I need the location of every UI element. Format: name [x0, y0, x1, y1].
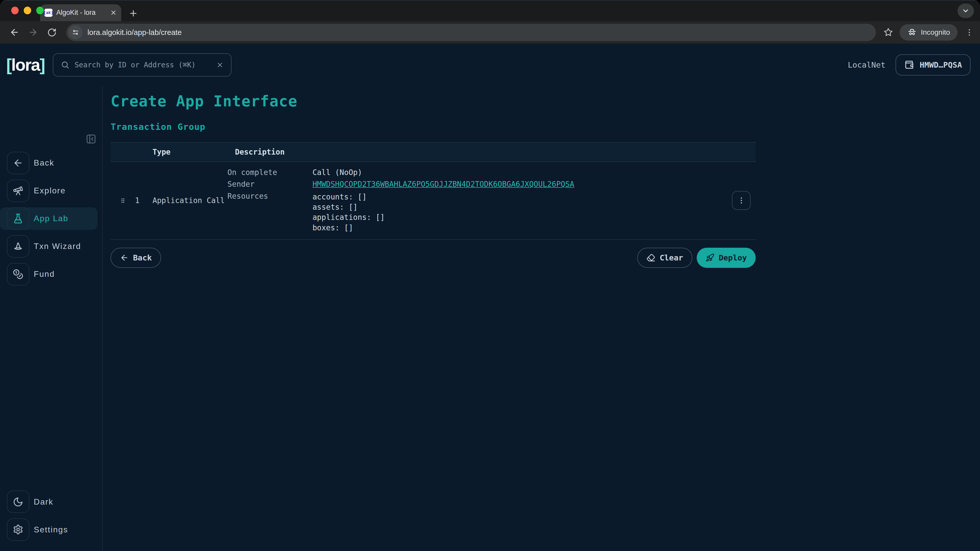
global-search[interactable]	[53, 53, 231, 76]
arrow-left-icon	[7, 152, 29, 174]
sidebar-bottom: Dark Settings	[0, 491, 102, 541]
url-text: lora.algokit.io/app-lab/create	[88, 28, 182, 37]
wallet-button[interactable]: HMWD…PQSA	[896, 54, 971, 76]
forward-nav-icon[interactable]	[25, 24, 41, 41]
drag-handle-icon[interactable]	[118, 196, 127, 205]
tab-favicon-icon: [ak]	[45, 9, 52, 17]
site-settings-icon[interactable]	[68, 25, 83, 39]
back-nav-icon[interactable]	[6, 24, 22, 41]
clear-button[interactable]: Clear	[637, 248, 692, 268]
tab-strip: [ak] AlgoKit - lora	[0, 0, 980, 21]
search-input[interactable]	[75, 61, 211, 69]
row-menu-icon[interactable]	[732, 191, 751, 210]
sidebar-item-explore[interactable]: Explore	[0, 179, 97, 202]
field-label: Resources	[228, 192, 312, 233]
sidebar-item-settings[interactable]: Settings	[0, 518, 97, 541]
sidebar-item-label: Txn Wizard	[34, 241, 81, 251]
new-tab-button[interactable]	[129, 9, 138, 18]
fullscreen-window-button[interactable]	[36, 6, 44, 14]
lora-logo[interactable]: [lora]	[6, 55, 45, 75]
reload-icon[interactable]	[44, 24, 60, 41]
rocket-icon	[706, 253, 714, 262]
arrow-left-icon	[120, 253, 129, 262]
minimize-window-button[interactable]	[24, 6, 31, 14]
on-complete-value: Call (NoOp)	[312, 168, 362, 177]
telescope-icon	[7, 179, 29, 202]
sidebar-nav: Back Explore App Lab	[0, 152, 102, 291]
incognito-label: Incognito	[921, 28, 950, 37]
sidebar-item-fund[interactable]: Fund	[0, 263, 97, 286]
field-label: On complete	[228, 168, 312, 177]
browser-toolbar: lora.algokit.io/app-lab/create Incognito	[0, 21, 980, 44]
traffic-lights	[11, 6, 44, 14]
wallet-icon	[904, 59, 915, 70]
clear-search-icon[interactable]	[216, 61, 224, 68]
browser-window: [ak] AlgoKit - lora lora.algokit.io/a	[0, 0, 980, 551]
table-row: 1 Application Call On complete Call (NoO…	[110, 162, 756, 240]
transaction-group-table: Type Description 1 Application Call On c…	[110, 142, 756, 240]
deploy-button[interactable]: Deploy	[697, 248, 756, 268]
incognito-badge: Incognito	[900, 24, 958, 41]
page-title: Create App Interface	[110, 92, 980, 110]
incognito-icon	[907, 27, 917, 37]
sidebar-item-app-lab[interactable]: App Lab	[0, 207, 97, 230]
network-label[interactable]: LocalNet	[848, 60, 885, 69]
tab-close-icon[interactable]	[110, 9, 117, 16]
address-bar[interactable]: lora.algokit.io/app-lab/create	[66, 24, 876, 41]
sidebar: Back Explore App Lab	[0, 86, 103, 551]
lora-app: [lora] LocalNet HMWD…PQSA	[0, 44, 980, 551]
main-content: Create App Interface Transaction Group T…	[103, 86, 980, 551]
tab-title: AlgoKit - lora	[56, 9, 106, 17]
flask-icon	[7, 207, 29, 230]
sidebar-item-label: App Lab	[34, 214, 68, 223]
moon-icon	[7, 491, 29, 513]
close-window-button[interactable]	[11, 6, 19, 14]
sidebar-item-label: Settings	[34, 525, 68, 534]
transaction-description: On complete Call (NoOp) Sender HMWDSHQCO…	[228, 168, 732, 233]
field-label: Sender	[228, 180, 312, 189]
wizard-hat-icon	[7, 235, 29, 258]
wallet-label: HMWD…PQSA	[920, 60, 962, 69]
sidebar-item-label: Dark	[34, 497, 53, 507]
transaction-type: Application Call	[152, 196, 228, 205]
back-button[interactable]: Back	[110, 248, 161, 268]
sidebar-item-label: Fund	[34, 269, 55, 279]
app-header: [lora] LocalNet HMWD…PQSA	[0, 44, 980, 86]
column-header-description: Description	[235, 148, 285, 156]
action-bar: Back Clear Deploy	[110, 248, 756, 268]
gear-icon	[7, 518, 29, 541]
coins-icon	[7, 263, 29, 286]
row-index: 1	[135, 196, 145, 205]
search-icon	[61, 60, 69, 69]
column-header-type: Type	[153, 148, 235, 156]
sidebar-item-label: Back	[34, 158, 54, 168]
tab-search-button[interactable]	[958, 3, 974, 18]
browser-tab[interactable]: [ak] AlgoKit - lora	[40, 4, 121, 21]
table-header: Type Description	[110, 143, 756, 162]
sidebar-item-theme-dark[interactable]: Dark	[0, 491, 97, 513]
sender-address-link[interactable]: HMWDSHQCOPD2T36WBAHLAZ6PO5GDJJZBN4D2TODK…	[312, 180, 574, 189]
browser-menu-icon[interactable]	[965, 28, 974, 37]
bookmark-star-icon[interactable]	[883, 27, 893, 37]
resources-value: accounts: [] assets: [] applications: []…	[312, 192, 385, 233]
sidebar-item-txn-wizard[interactable]: Txn Wizard	[0, 235, 97, 258]
section-title: Transaction Group	[110, 122, 980, 132]
collapse-sidebar-icon[interactable]	[86, 134, 97, 144]
eraser-icon	[646, 253, 655, 262]
sidebar-item-label: Explore	[34, 186, 65, 195]
sidebar-item-back[interactable]: Back	[0, 152, 97, 174]
